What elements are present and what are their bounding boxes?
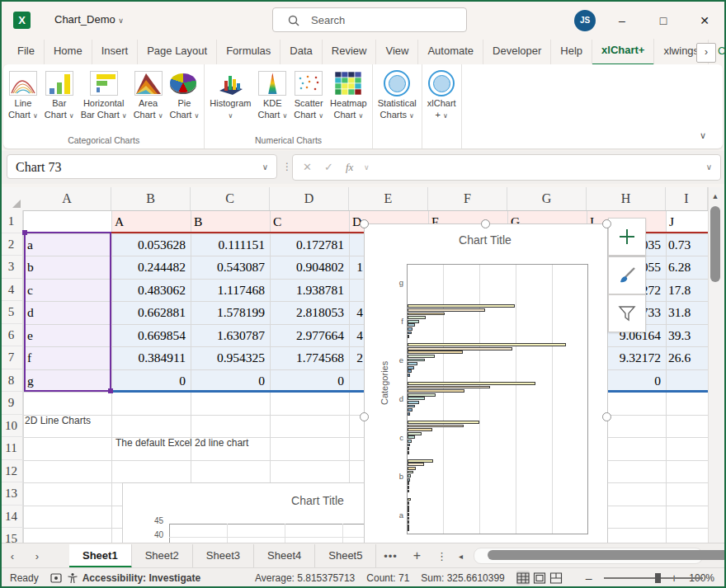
bar-b-s1[interactable] xyxy=(408,463,424,466)
formula-input[interactable]: ✕ ✓ fx ∨ ∨ xyxy=(292,154,721,181)
cell-colA-value[interactable]: 0.244482 xyxy=(115,256,186,279)
row-header-5[interactable]: 5 xyxy=(0,301,23,324)
bar-a-s8[interactable] xyxy=(408,528,409,531)
bar-b-s5[interactable] xyxy=(408,478,410,482)
row-header-15[interactable]: 15 xyxy=(0,528,23,543)
ribbon-tab-page-layout[interactable]: Page Layout xyxy=(138,40,217,64)
document-title[interactable]: Chart_Demo ∨ xyxy=(54,13,124,26)
row-header-10[interactable]: 10 xyxy=(0,415,23,438)
bar-f-s8[interactable] xyxy=(408,335,409,338)
bar-c-s4[interactable] xyxy=(408,435,415,439)
bar-d-s8[interactable] xyxy=(408,412,410,416)
bar-b-s4[interactable] xyxy=(408,474,411,477)
chart-filters-button[interactable] xyxy=(608,294,646,332)
cell-colD-partial[interactable] xyxy=(348,279,363,302)
zoom-out-button[interactable]: – xyxy=(586,572,592,585)
column-header-A[interactable]: A xyxy=(23,187,111,210)
bar-f-s0[interactable] xyxy=(408,304,515,308)
histogram-button[interactable]: Histogram∨ xyxy=(207,68,253,125)
horizontal-scroll-thumb[interactable] xyxy=(488,550,726,560)
bar-a-s2[interactable] xyxy=(408,506,409,509)
scroll-up-icon[interactable]: ▲ xyxy=(711,192,719,200)
scatter-chart-button[interactable]: ScatterChart ∨ xyxy=(291,68,326,125)
bar-e-s4[interactable] xyxy=(408,359,425,362)
stat-charts-button[interactable]: StatisticalCharts ∨ xyxy=(375,68,419,125)
heatmap-chart-button[interactable]: HeatmapChart ∨ xyxy=(328,68,370,125)
avatar[interactable]: JS xyxy=(574,10,596,31)
cancel-icon[interactable]: ✕ xyxy=(303,155,312,180)
line-chart-button[interactable]: LineChart ∨ xyxy=(6,68,40,125)
bar-b-s6[interactable] xyxy=(408,482,409,485)
pie-chart-button[interactable]: PieChart ∨ xyxy=(167,68,201,125)
cell-colA-value[interactable]: 0.662881 xyxy=(115,301,186,324)
excel-app-icon[interactable]: X xyxy=(13,12,31,29)
bar-c-s0[interactable] xyxy=(408,421,479,424)
ribbon-tab-review[interactable]: Review xyxy=(323,40,377,64)
bar-b-s2[interactable] xyxy=(408,467,416,470)
cell-colB-value[interactable]: 0 xyxy=(194,369,265,393)
bar-d-s7[interactable] xyxy=(408,408,412,412)
ribbon-tab-xlchart-[interactable]: xlChart+ xyxy=(592,39,654,66)
ribbon-tab-automate[interactable]: Automate xyxy=(418,40,483,64)
bar-b-s0[interactable] xyxy=(408,459,433,463)
collapse-ribbon-icon[interactable]: ∨ xyxy=(700,130,706,141)
name-box[interactable]: Chart 73∨ xyxy=(7,154,277,179)
cell-colD-partial[interactable] xyxy=(348,233,363,256)
cell-header-C[interactable]: C xyxy=(273,210,346,233)
area-chart-button[interactable]: AreaChart ∨ xyxy=(131,68,166,125)
cell-colB-value[interactable]: 0.543087 xyxy=(194,256,265,279)
column-header-G[interactable]: G xyxy=(507,187,587,210)
cell-header-A[interactable]: A xyxy=(115,210,187,233)
select-all-corner[interactable] xyxy=(12,199,21,209)
cell-colD-partial[interactable]: 2 xyxy=(348,346,363,369)
cell-colD-partial[interactable]: 4 xyxy=(348,324,363,347)
bar-d-s3[interactable] xyxy=(408,393,436,397)
bar-e-s1[interactable] xyxy=(408,347,512,350)
bar-b-s8[interactable] xyxy=(408,490,409,493)
selection-handle[interactable] xyxy=(602,412,611,421)
bar-e-s6[interactable] xyxy=(408,366,414,369)
sheet-tab-sheet5[interactable]: Sheet5 xyxy=(315,544,376,568)
macro-record-icon[interactable] xyxy=(50,571,64,586)
row-header-7[interactable]: 7 xyxy=(0,346,23,369)
cell-colB-value[interactable]: 0.954325 xyxy=(194,346,265,369)
bar-chart-button[interactable]: BarChart ∨ xyxy=(42,68,77,125)
column-header-E[interactable]: E xyxy=(349,187,428,210)
cell-colC-value[interactable]: 2.818053 xyxy=(273,301,344,324)
sheet-tab-sheet4[interactable]: Sheet4 xyxy=(254,544,315,568)
bar-e-s7[interactable] xyxy=(408,369,412,373)
hscroll-left-icon[interactable]: ◂ xyxy=(454,552,467,561)
cell-colC-value[interactable]: 0.904802 xyxy=(273,256,344,279)
bar-e-s8[interactable] xyxy=(408,374,410,377)
bar-f-s3[interactable] xyxy=(408,316,426,319)
selection-handle[interactable] xyxy=(602,219,611,228)
page-break-view-icon[interactable] xyxy=(549,571,563,586)
hbar-chart-button[interactable]: HorizontalBar Chart ∨ xyxy=(78,68,130,125)
cell-colC-value[interactable]: 2.977664 xyxy=(273,324,344,347)
cell-colA-value[interactable]: 0.053628 xyxy=(115,233,186,256)
row-header-4[interactable]: 4 xyxy=(0,279,23,302)
row-header-3[interactable]: 3 xyxy=(0,256,23,279)
row-header-6[interactable]: 6 xyxy=(0,324,23,347)
bar-a-s0[interactable] xyxy=(408,498,411,501)
cell-colC-value[interactable]: 1.938781 xyxy=(273,279,344,302)
cell-header-J[interactable]: J xyxy=(669,210,705,233)
ribbon-tab-data[interactable]: Data xyxy=(280,40,322,64)
ribbon-tab-file[interactable]: File xyxy=(8,40,45,64)
column-header-I[interactable]: I xyxy=(666,187,708,210)
horizontal-scrollbar[interactable] xyxy=(474,548,703,564)
fx-icon[interactable]: fx xyxy=(346,155,353,180)
cell-colB-value[interactable]: 1.117468 xyxy=(194,279,265,302)
range-handle[interactable] xyxy=(108,388,113,393)
accessibility-status[interactable]: Accessibility: Investigate xyxy=(82,572,200,584)
range-handle[interactable] xyxy=(22,230,27,235)
selection-handle[interactable] xyxy=(360,219,369,228)
chart-elements-button[interactable] xyxy=(608,218,646,256)
bar-a-s3[interactable] xyxy=(408,509,409,512)
row-header-11[interactable]: 11 xyxy=(0,437,23,460)
cell-colD-partial[interactable]: 4 xyxy=(348,301,363,324)
cell-colC-value[interactable]: 1.774568 xyxy=(273,346,344,369)
bar-a-s4[interactable] xyxy=(408,513,409,516)
bar-b-s7[interactable] xyxy=(408,486,409,489)
search-input[interactable]: Search xyxy=(272,7,467,32)
